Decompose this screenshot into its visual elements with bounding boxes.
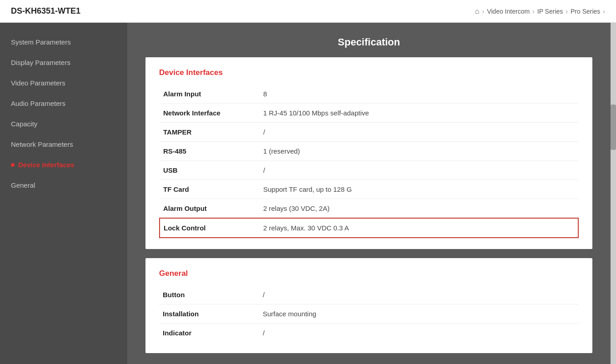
breadcrumb-video-intercom[interactable]: Video Intercom — [487, 8, 530, 15]
spec-label: Alarm Input — [160, 85, 260, 104]
breadcrumb-sep-3: › — [566, 8, 568, 15]
sidebar-label-network-parameters: Network Parameters — [11, 140, 73, 148]
sidebar-item-audio-parameters[interactable]: Audio Parameters — [0, 93, 127, 114]
spec-value: / — [259, 285, 579, 304]
table-row: TAMPER / — [160, 123, 578, 142]
sidebar-item-network-parameters[interactable]: Network Parameters — [0, 134, 127, 155]
spec-label: Lock Control — [160, 218, 260, 238]
sidebar-label-capacity: Capacity — [11, 120, 37, 128]
spec-label: TAMPER — [160, 123, 260, 142]
scrollbar-area[interactable] — [611, 23, 616, 364]
spec-title: Specification — [145, 36, 592, 48]
table-row: Network Interface 1 RJ-45 10/100 Mbps se… — [160, 104, 578, 123]
spec-value: 2 relays (30 VDC, 2A) — [260, 199, 578, 219]
section-heading-general: General — [159, 269, 579, 278]
active-bullet — [11, 163, 15, 167]
breadcrumb-sep-1: › — [482, 8, 485, 15]
table-row: Button / — [159, 285, 579, 304]
spec-value: 2 relays, Max. 30 VDC 0.3 A — [260, 218, 578, 238]
scrollbar-thumb[interactable] — [611, 105, 616, 150]
header: DS-KH6351-WTE1 ⌂ › Video Intercom › IP S… — [0, 0, 616, 23]
spec-value: / — [259, 324, 579, 343]
sidebar-item-general[interactable]: General — [0, 175, 127, 195]
sidebar-item-display-parameters[interactable]: Display Parameters — [0, 52, 127, 73]
spec-card-general: General Button / Installation Surface mo… — [145, 258, 592, 353]
table-row-highlighted: Lock Control 2 relays, Max. 30 VDC 0.3 A — [160, 218, 578, 238]
spec-value: / — [260, 123, 578, 142]
page-product-title: DS-KH6351-WTE1 — [11, 6, 80, 16]
content-area: Specification Device Interfaces Alarm In… — [127, 23, 611, 364]
table-row: Installation Surface mounting — [159, 304, 579, 324]
footer-note: *Product performance is based on testing… — [145, 362, 592, 364]
sidebar: System Parameters Display Parameters Vid… — [0, 23, 127, 364]
spec-label: Network Interface — [160, 104, 260, 123]
sidebar-item-capacity[interactable]: Capacity — [0, 114, 127, 134]
table-row: Indicator / — [159, 324, 579, 343]
spec-value: 1 (reserved) — [260, 142, 578, 161]
breadcrumb-pro-series[interactable]: Pro Series — [571, 8, 600, 15]
sidebar-label-system-parameters: System Parameters — [11, 38, 71, 46]
main-container: System Parameters Display Parameters Vid… — [0, 23, 616, 364]
sidebar-label-display-parameters: Display Parameters — [11, 59, 70, 66]
spec-label: Alarm Output — [160, 199, 260, 219]
home-icon[interactable]: ⌂ — [475, 7, 480, 15]
sidebar-item-device-interfaces[interactable]: Device Interfaces — [0, 155, 127, 175]
section-heading-device-interfaces: Device Interfaces — [159, 68, 579, 77]
sidebar-item-video-parameters[interactable]: Video Parameters — [0, 73, 127, 93]
spec-value: Support TF card, up to 128 G — [260, 180, 578, 199]
sidebar-label-video-parameters: Video Parameters — [11, 79, 65, 87]
spec-label: Indicator — [159, 324, 259, 343]
spec-card-device-interfaces: Device Interfaces Alarm Input 8 Network … — [145, 57, 592, 249]
breadcrumb-ip-series[interactable]: IP Series — [537, 8, 563, 15]
spec-value: 1 RJ-45 10/100 Mbps self-adaptive — [260, 104, 578, 123]
spec-label: Button — [159, 285, 259, 304]
spec-label: USB — [160, 161, 260, 180]
breadcrumb: ⌂ › Video Intercom › IP Series › Pro Ser… — [475, 7, 605, 15]
table-row: TF Card Support TF card, up to 128 G — [160, 180, 578, 199]
breadcrumb-sep-4: › — [603, 8, 605, 15]
spec-table-general: Button / Installation Surface mounting I… — [159, 285, 579, 342]
spec-value: / — [260, 161, 578, 180]
breadcrumb-sep-2: › — [532, 8, 535, 15]
sidebar-label-device-interfaces: Device Interfaces — [18, 161, 74, 169]
spec-value: 8 — [260, 85, 578, 104]
spec-label: RS-485 — [160, 142, 260, 161]
sidebar-item-system-parameters[interactable]: System Parameters — [0, 32, 127, 52]
table-row: RS-485 1 (reserved) — [160, 142, 578, 161]
table-row: Alarm Input 8 — [160, 85, 578, 104]
table-row: Alarm Output 2 relays (30 VDC, 2A) — [160, 199, 578, 219]
sidebar-label-general: General — [11, 181, 35, 189]
spec-value: Surface mounting — [259, 304, 579, 324]
spec-table-device-interfaces: Alarm Input 8 Network Interface 1 RJ-45 … — [159, 85, 579, 238]
sidebar-label-audio-parameters: Audio Parameters — [11, 100, 65, 107]
spec-label: Installation — [159, 304, 259, 324]
spec-label: TF Card — [160, 180, 260, 199]
table-row: USB / — [160, 161, 578, 180]
